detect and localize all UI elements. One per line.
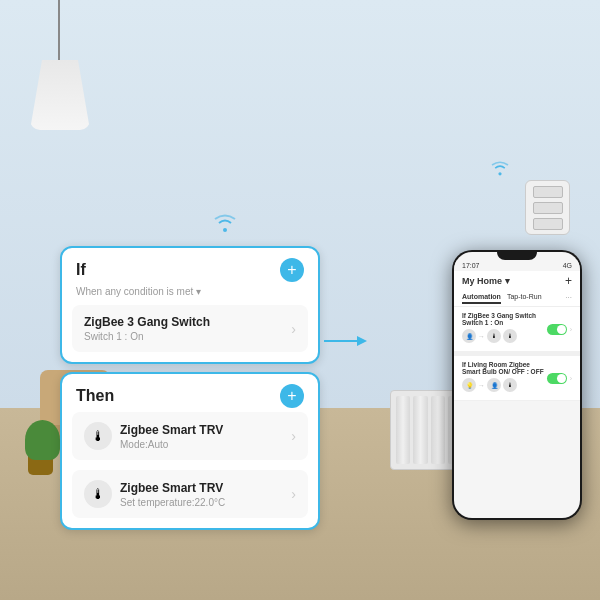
automation-ui-overlay: If + When any condition is met ▾ ZigBee … — [60, 246, 320, 530]
then-item-2-title: Zigbee Smart TRV — [120, 481, 225, 495]
phone-automation-item-2[interactable]: If Living Room Zigbee Smart Bulb ON/ OFF… — [454, 356, 580, 401]
connector-arrow — [322, 331, 372, 355]
then-item-1-text: Zigbee Smart TRV Mode:Auto — [120, 423, 223, 450]
phone-icon-device: 🌡 — [503, 378, 517, 392]
then-item-2-content: 🌡 Zigbee Smart TRV Set temperature:22.0°… — [84, 480, 225, 508]
then-item-1-subtitle: Mode:Auto — [120, 439, 223, 450]
phone-tabs: Automation Tap-to-Run ··· — [454, 291, 580, 307]
then-item-2-arrow: › — [291, 486, 296, 502]
phone-chevron-2: › — [570, 375, 572, 382]
phone-toggle-2[interactable] — [547, 373, 567, 384]
phone-notch — [497, 252, 537, 260]
phone-home-title[interactable]: My Home ▾ — [462, 276, 510, 286]
then-item-2-icon: 🌡 — [84, 480, 112, 508]
then-item-1-title: Zigbee Smart TRV — [120, 423, 223, 437]
phone-icon-person2: 👤 — [487, 378, 501, 392]
phone-more-icon[interactable]: ··· — [565, 293, 572, 304]
phone-item-icons-1: 👤 → 🌡 🌡 — [462, 329, 547, 343]
phone-toggle-1[interactable] — [547, 324, 567, 335]
then-card-header: Then + — [62, 374, 318, 412]
lamp-cord — [58, 0, 60, 60]
phone-screen: 17:07 4G My Home ▾ + Automation Tap-to-R… — [454, 252, 580, 518]
phone-icon-trv1: 🌡 — [487, 329, 501, 343]
tab-automation[interactable]: Automation — [462, 293, 501, 304]
phone-automation-text-1: If ZigBee 3 Gang Switch Switch 1 : On — [462, 312, 547, 326]
phone-add-icon[interactable]: + — [565, 274, 572, 288]
then-card-item-2[interactable]: 🌡 Zigbee Smart TRV Set temperature:22.0°… — [72, 470, 308, 518]
phone-automation-text-2: If Living Room Zigbee Smart Bulb ON/ OFF… — [462, 361, 547, 375]
phone-icon-person: 👤 — [462, 329, 476, 343]
if-item-arrow: › — [291, 321, 296, 337]
phone-header: My Home ▾ + — [454, 271, 580, 291]
switch-button-1[interactable] — [533, 186, 563, 198]
lamp-shade — [30, 60, 90, 130]
then-card-add-button[interactable]: + — [280, 384, 304, 408]
phone: 17:07 4G My Home ▾ + Automation Tap-to-R… — [452, 250, 582, 520]
plant-leaves — [25, 420, 60, 460]
tab-tap-to-run[interactable]: Tap-to-Run — [507, 293, 542, 304]
then-item-1-content: 🌡 Zigbee Smart TRV Mode:Auto — [84, 422, 223, 450]
wifi-signal-1 — [210, 210, 240, 238]
if-item-title: ZigBee 3 Gang Switch — [84, 315, 210, 329]
then-item-2-subtitle: Set temperature:22.0°C — [120, 497, 225, 508]
if-card-header: If + — [62, 248, 318, 286]
if-card-subtitle: When any condition is met ▾ — [62, 286, 318, 305]
then-item-2-text: Zigbee Smart TRV Set temperature:22.0°C — [120, 481, 225, 508]
wall-switch[interactable] — [525, 180, 570, 235]
then-card: Then + 🌡 Zigbee Smart TRV Mode:Auto › 🌡 — [60, 372, 320, 530]
pendant-lamp — [30, 0, 90, 130]
if-item-subtitle: Switch 1 : On — [84, 331, 210, 342]
switch-button-2[interactable] — [533, 202, 563, 214]
then-item-1-arrow: › — [291, 428, 296, 444]
if-card-item-content: ZigBee 3 Gang Switch Switch 1 : On — [84, 315, 210, 342]
phone-status-bar: 17:07 4G — [454, 260, 580, 271]
wifi-signal-2 — [488, 158, 512, 180]
plant — [25, 415, 55, 475]
if-card-title: If — [76, 261, 86, 279]
phone-icon-trv2: 🌡 — [503, 329, 517, 343]
then-card-title: Then — [76, 387, 114, 405]
phone-icon-bulb: 💡 — [462, 378, 476, 392]
if-card-item[interactable]: ZigBee 3 Gang Switch Switch 1 : On › — [72, 305, 308, 352]
then-card-item-1[interactable]: 🌡 Zigbee Smart TRV Mode:Auto › — [72, 412, 308, 460]
then-item-1-icon: 🌡 — [84, 422, 112, 450]
switch-button-3[interactable] — [533, 218, 563, 230]
phone-item-icons-2: 💡 → 👤 🌡 — [462, 378, 547, 392]
phone-time: 17:07 — [462, 262, 480, 269]
phone-signal: 4G — [563, 262, 572, 269]
if-card: If + When any condition is met ▾ ZigBee … — [60, 246, 320, 364]
phone-automation-item-1[interactable]: If ZigBee 3 Gang Switch Switch 1 : On 👤 … — [454, 307, 580, 352]
if-card-add-button[interactable]: + — [280, 258, 304, 282]
phone-chevron-1: › — [570, 326, 572, 333]
